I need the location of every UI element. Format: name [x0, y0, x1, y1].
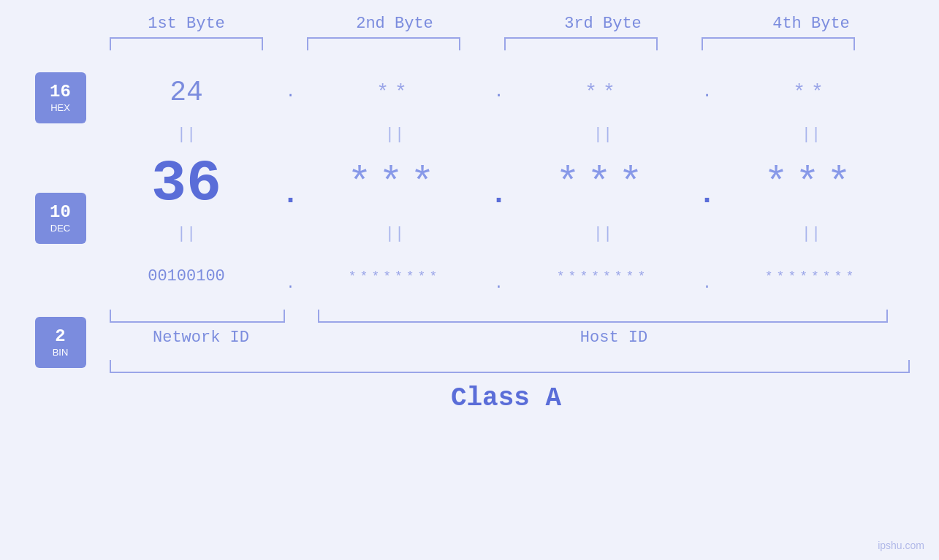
byte-label-3: 3rd Byte — [515, 15, 691, 33]
eq2-cell2: || — [307, 225, 482, 243]
hex-byte3: ** — [515, 81, 691, 104]
bin-byte1: 00100100 — [99, 267, 274, 285]
dec-dot2: . — [482, 156, 515, 211]
bottom-bracket-network — [110, 310, 285, 323]
network-id-label: Network ID — [99, 329, 303, 347]
eq2-cell3: || — [515, 225, 691, 243]
hex-row: 24 . ** . ** . ** — [99, 65, 939, 120]
full-bottom-bracket — [110, 360, 910, 373]
dec-byte3: *** — [515, 161, 691, 207]
eq1-cell3: || — [515, 126, 691, 144]
dec-byte1: 36 — [99, 150, 274, 217]
dec-dot3: . — [691, 156, 723, 211]
hex-byte2: ** — [307, 81, 482, 104]
eq1-cell1: || — [99, 126, 274, 144]
equals-row-1: || || || || — [99, 120, 939, 149]
hex-dot2: . — [482, 83, 515, 101]
hex-badge: 16 HEX — [35, 72, 86, 123]
hex-byte1: 24 — [99, 77, 274, 108]
bin-badge: 2 BIN — [35, 317, 86, 368]
dec-byte2: *** — [307, 161, 482, 207]
bin-row: 00100100 . ******** . ******** . *******… — [99, 249, 939, 304]
bottom-brackets-row — [99, 310, 939, 323]
host-id-label: Host ID — [336, 329, 892, 347]
bin-dot3: . — [691, 261, 723, 292]
byte-label-2: 2nd Byte — [307, 15, 482, 33]
bin-byte4: ******** — [723, 269, 899, 284]
id-labels-row: Network ID Host ID — [99, 329, 939, 347]
eq1-cell2: || — [307, 126, 482, 144]
bottom-bracket-host — [318, 310, 888, 323]
top-bracket-4 — [702, 37, 855, 50]
hex-dot3: . — [691, 83, 723, 101]
main-container: 1st Byte 2nd Byte 3rd Byte 4th Byte 16 H… — [0, 0, 939, 560]
hex-dot1: . — [274, 83, 307, 101]
eq1-cell4: || — [723, 126, 899, 144]
badges-column: 16 HEX 10 DEC 2 BIN — [0, 65, 99, 368]
eq2-cell4: || — [723, 225, 899, 243]
dec-byte4: *** — [723, 161, 899, 207]
dec-badge: 10 DEC — [35, 193, 86, 244]
top-bracket-3 — [504, 37, 658, 50]
top-bracket-1 — [110, 37, 263, 50]
bin-byte3: ******** — [515, 269, 691, 284]
hex-byte4: ** — [723, 81, 899, 104]
full-bottom-bracket-container — [99, 360, 913, 373]
dec-dot1: . — [274, 156, 307, 211]
watermark: ipshu.com — [878, 540, 924, 551]
bin-dot1: . — [274, 261, 307, 292]
byte-label-1: 1st Byte — [99, 15, 274, 33]
equals-row-2: || || || || — [99, 218, 939, 249]
bin-dot2: . — [482, 261, 515, 292]
dec-row: 36 . *** . *** . *** — [99, 149, 939, 218]
top-bracket-2 — [307, 37, 460, 50]
byte-label-4: 4th Byte — [723, 15, 899, 33]
eq2-cell1: || — [99, 225, 274, 243]
class-label: Class A — [99, 383, 913, 413]
bin-byte2: ******** — [307, 269, 482, 284]
